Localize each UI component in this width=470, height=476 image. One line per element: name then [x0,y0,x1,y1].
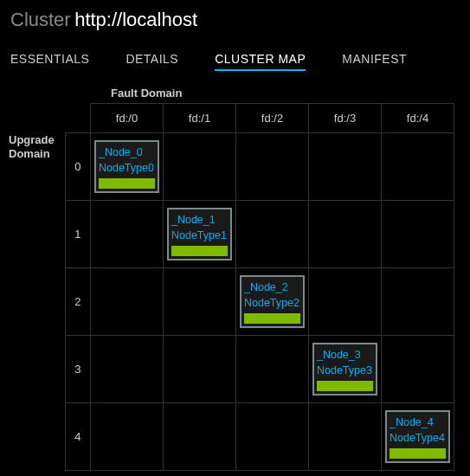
upgrade-domain-row-4: 4 [65,403,90,471]
upgrade-domain-row-2: 2 [65,268,90,336]
fault-domain-axis-label: Fault Domain [9,87,454,100]
grid-cell [235,336,308,403]
node-box[interactable]: _Node_0 NodeType0 [94,140,159,193]
grid-cell: _Node_2 NodeType2 [235,268,308,336]
grid-cell [308,268,381,336]
node-health-bar [171,246,228,256]
node-box[interactable]: _Node_2 NodeType2 [240,275,305,328]
tab-manifest[interactable]: MANIFEST [342,52,407,71]
node-health-bar [390,448,446,459]
grid-cell [308,201,381,268]
grid-cell: _Node_3 NodeType3 [308,336,381,403]
node-health-bar [99,178,155,189]
node-name: _Node_2 [244,280,300,296]
node-box[interactable]: _Node_1 NodeType1 [167,208,232,261]
grid-cell [308,133,381,201]
grid-cell [163,403,235,471]
upgrade-domain-axis-label: Upgrade Domain [9,133,65,471]
upgrade-domain-row-3: 3 [65,336,90,403]
node-type: NodeType3 [317,363,373,379]
cluster-map-table: fd:/0 fd:/1 fd:/2 fd:/3 fd:/4 Upgrade Do… [9,103,454,471]
grid-cell [381,201,454,268]
fault-domain-col-3: fd:/3 [308,104,381,133]
page-header: Cluster http://localhost [0,0,470,38]
node-box[interactable]: _Node_4 NodeType4 [385,410,450,463]
node-type: NodeType0 [99,161,155,177]
grid-cell [90,403,163,471]
upgrade-domain-row-0: 0 [65,133,90,201]
node-health-bar [317,381,373,391]
node-type: NodeType1 [171,228,228,244]
grid-cell [381,268,454,336]
grid-cell [235,201,308,268]
grid-cell: _Node_1 NodeType1 [163,201,235,268]
node-name: _Node_0 [99,145,155,161]
fault-domain-col-0: fd:/0 [90,104,163,133]
grid-cell [235,403,308,471]
tab-bar: ESSENTIALS DETAILS CLUSTER MAP MANIFEST [0,38,470,80]
tab-details[interactable]: DETAILS [126,52,178,71]
grid-cell [90,201,163,268]
fault-domain-col-2: fd:/2 [235,104,308,133]
grid-cell [235,133,308,201]
tab-cluster-map[interactable]: CLUSTER MAP [215,52,306,71]
grid-cell [381,336,454,403]
grid-cell [163,133,235,201]
page-title-prefix: Cluster [10,9,71,30]
fault-domain-col-4: fd:/4 [381,104,454,133]
node-type: NodeType4 [390,431,446,447]
fault-domain-col-1: fd:/1 [163,104,235,133]
grid-corner [9,104,90,133]
node-box[interactable]: _Node_3 NodeType3 [312,343,377,396]
grid-cell [163,268,235,336]
grid-cell [90,336,163,403]
upgrade-domain-row-1: 1 [65,201,90,268]
cluster-url: http://localhost [74,9,197,30]
grid-cell [163,336,235,403]
grid-cell: _Node_4 NodeType4 [381,403,454,471]
grid-cell [381,133,454,201]
node-type: NodeType2 [244,296,300,312]
grid-cell [308,403,381,471]
node-name: _Node_4 [390,415,446,431]
node-name: _Node_1 [171,213,228,228]
node-name: _Node_3 [317,348,373,363]
tab-essentials[interactable]: ESSENTIALS [10,52,89,71]
node-health-bar [244,313,300,324]
grid-cell [90,268,163,336]
grid-cell: _Node_0 NodeType0 [90,133,163,201]
cluster-map-grid: Fault Domain fd:/0 fd:/1 fd:/2 fd:/3 fd:… [0,80,470,471]
